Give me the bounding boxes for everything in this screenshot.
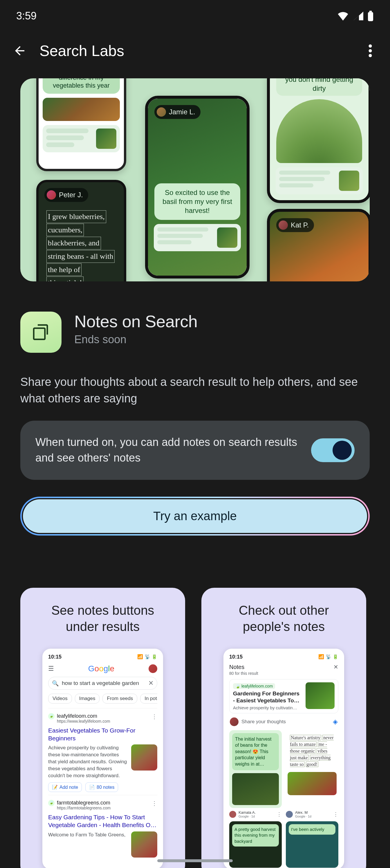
notes-card-thumb bbox=[305, 682, 335, 709]
svg-rect-0 bbox=[369, 11, 372, 12]
notes-card-title: Gardening For Beginners - Easiest Vegeta… bbox=[233, 690, 302, 704]
favicon-icon bbox=[48, 713, 55, 719]
hero-phone-3: Jamie L. So excited to use the basil fro… bbox=[145, 96, 249, 279]
note-meta-a: Kamala A.Google · 1d⋮ bbox=[229, 810, 282, 819]
toggle-description: When turned on, you can add notes on sea… bbox=[35, 435, 299, 466]
nav-handle[interactable] bbox=[157, 859, 233, 862]
search-result-2: ⋮ farmtotablegreens.com https://farmtota… bbox=[48, 795, 157, 860]
slide-card-other-notes: Check out other people's notes 10:15📶 📡 … bbox=[201, 588, 366, 868]
more-icon: ⋮ bbox=[333, 811, 338, 817]
signal-icon bbox=[353, 11, 363, 21]
more-button[interactable] bbox=[362, 43, 379, 59]
hero-phone-2: Peter J. I grew blueberries, cucumbers, … bbox=[36, 180, 126, 281]
search-query: how to start a vegetable garden bbox=[62, 680, 139, 686]
hamburger-icon: ☰ bbox=[48, 665, 54, 673]
hero-name-peter: Peter J. bbox=[44, 188, 88, 202]
hero-bubble-1: have made a huge difference in my vegeta… bbox=[43, 78, 120, 94]
avatar-icon bbox=[230, 717, 239, 726]
status-time: 3:59 bbox=[16, 10, 36, 22]
notes-source-card: 🍃 leafylifeloom.com Gardening For Beginn… bbox=[229, 679, 338, 713]
clear-icon: ✕ bbox=[148, 679, 153, 687]
leaf-icon: 🍃 bbox=[235, 684, 240, 688]
result-site: farmtotablegreens.com bbox=[57, 800, 110, 806]
hero-illustration: have made a huge difference in my vegeta… bbox=[20, 78, 370, 281]
share-prompt: Share your thoughts bbox=[241, 719, 330, 725]
avatar-icon bbox=[157, 107, 166, 117]
note-tile-a-image bbox=[232, 773, 279, 805]
note-meta-b: Alex. MGoogle · 1d⋮ bbox=[286, 810, 338, 819]
close-icon: ✕ bbox=[333, 663, 338, 671]
mp-time: 10:15 bbox=[48, 654, 62, 660]
hero-bubble-3: So excited to use the basil from my very… bbox=[154, 183, 240, 220]
try-example-button[interactable]: Try an example bbox=[20, 497, 370, 535]
note-tile-b-text: Nature's artistry never fails to amaze m… bbox=[288, 732, 337, 770]
slide-title-a: See notes buttons under results bbox=[31, 602, 175, 635]
mp-time: 10:15 bbox=[229, 654, 243, 660]
note-tile-b: Nature's artistry never fails to amaze m… bbox=[286, 730, 338, 808]
feature-subtitle: Ends soon bbox=[74, 333, 370, 346]
result-thumbnail bbox=[131, 832, 157, 858]
app-bar: Search Labs bbox=[0, 32, 390, 70]
battery-icon bbox=[367, 11, 374, 21]
feature-toggle[interactable] bbox=[311, 438, 355, 462]
notes-heading: Notes bbox=[229, 664, 244, 671]
note-tile-a-text: The initial harvest of beans for the sea… bbox=[232, 733, 279, 770]
wifi-icon bbox=[337, 11, 349, 21]
back-button[interactable] bbox=[11, 43, 28, 59]
status-bar: 3:59 bbox=[0, 0, 390, 32]
notes-icon bbox=[31, 322, 51, 342]
filter-chip: From seeds bbox=[102, 694, 137, 704]
search-result-1: ⋮ leafylifeloom.com https://www.leafylif… bbox=[48, 708, 157, 795]
more-icon: ⋮ bbox=[151, 800, 157, 807]
svg-point-4 bbox=[369, 54, 372, 57]
mini-phone-b: 10:15📶 📡 🔋 Notes ✕ 80 for this result 🍃 … bbox=[223, 649, 344, 868]
filter-chip: In pots bbox=[140, 694, 157, 704]
add-note-button: 📝Add note bbox=[48, 782, 82, 792]
favicon-icon bbox=[48, 800, 55, 806]
google-logo: Google bbox=[88, 664, 114, 673]
filter-chips: VideosImagesFrom seedsIn potsIn bbox=[48, 694, 157, 704]
svg-point-3 bbox=[369, 49, 372, 53]
status-icons bbox=[337, 11, 374, 21]
hero-bubble-4: you don't mind getting dirty bbox=[276, 78, 362, 96]
note-tile-a: The initial harvest of beans for the sea… bbox=[229, 730, 282, 808]
result-description: Welcome to Farm To Table Greens, bbox=[48, 832, 127, 858]
avatar-icon bbox=[286, 811, 293, 818]
notes-count-icon: 📄 bbox=[89, 784, 95, 790]
toggle-card: When turned on, you can add notes on sea… bbox=[20, 421, 370, 480]
avatar-icon bbox=[149, 664, 157, 673]
avatar-icon bbox=[47, 190, 56, 199]
mini-phone-a: 10:15📶 📡 🔋 ☰ Google 🔍 how to start a veg… bbox=[42, 649, 163, 868]
result-thumbnail bbox=[131, 744, 157, 771]
feature-title: Notes on Search bbox=[74, 312, 370, 331]
hero-name-jamie: Jamie L. bbox=[154, 105, 201, 119]
notes-feature-icon bbox=[20, 312, 62, 353]
more-vert-icon bbox=[368, 44, 372, 57]
share-thoughts-row: Share your thoughts ◈ bbox=[230, 717, 338, 726]
hero-phone-5: Kat P. Don't forget: Wear bbox=[267, 209, 370, 281]
note-tile-d: I've been actively bbox=[286, 821, 338, 868]
arrow-left-icon bbox=[13, 44, 27, 58]
view-notes-button: 📄80 notes bbox=[85, 782, 118, 792]
result-url: https://farmtotablegreens.com bbox=[57, 806, 157, 810]
result-site: leafylifeloom.com bbox=[57, 713, 97, 719]
hero-name-kat: Kat P. bbox=[276, 218, 314, 232]
hero-phone-4: you don't mind getting dirty bbox=[267, 78, 370, 203]
search-bar: 🔍 how to start a vegetable garden ✕ bbox=[48, 677, 157, 690]
filter-chip: Images bbox=[75, 694, 100, 704]
more-icon: ⋮ bbox=[276, 811, 282, 817]
compose-icon: ◈ bbox=[333, 718, 338, 725]
note-tile-b-image bbox=[288, 772, 337, 795]
search-icon: 🔍 bbox=[52, 680, 59, 687]
mp-status-icons: 📶 📡 🔋 bbox=[137, 654, 157, 660]
notes-card-desc: Achieve prosperity by cultivatin… bbox=[233, 705, 302, 710]
hero-quote: I grew blueberries, cucumbers, blackberr… bbox=[46, 210, 116, 281]
mp-status-icons: 📶 📡 🔋 bbox=[318, 654, 338, 660]
info-cards-row[interactable]: See notes buttons under results 10:15📶 📡… bbox=[20, 588, 370, 868]
slide-card-notes-buttons: See notes buttons under results 10:15📶 📡… bbox=[20, 588, 185, 868]
slide-title-b: Check out other people's notes bbox=[212, 602, 356, 635]
filter-chip: Videos bbox=[48, 694, 72, 704]
toggle-knob bbox=[333, 441, 352, 460]
avatar-icon bbox=[229, 811, 236, 818]
feature-description: Share your thoughts about a search resul… bbox=[20, 374, 370, 407]
